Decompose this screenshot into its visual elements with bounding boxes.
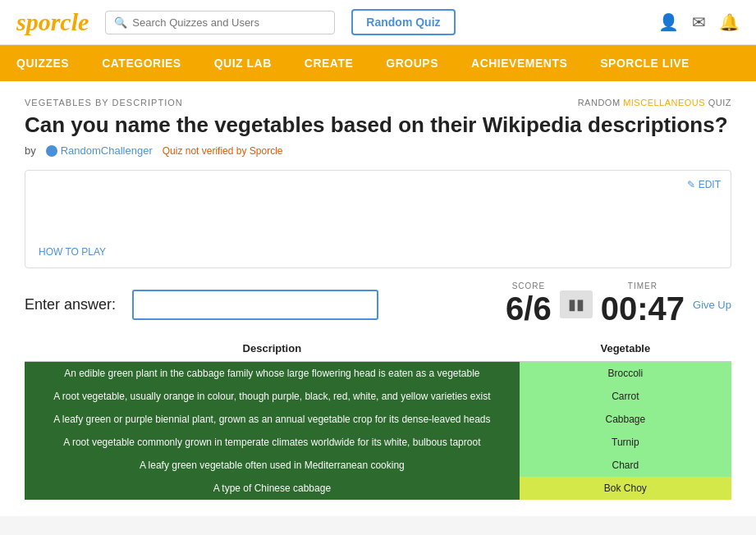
table-row: A root vegetable commonly grown in tempe…: [25, 431, 731, 454]
table-header-row: Description Vegetable: [25, 336, 731, 362]
nav-item-categories[interactable]: CATEGORIES: [85, 45, 198, 81]
table-cell-vegetable: Chard: [520, 454, 731, 477]
breadcrumb-line: VEGETABLES BY DESCRIPTION RANDOM MISCELL…: [25, 98, 731, 107]
timer-block: TIMER 00:47: [601, 281, 685, 327]
table-row: A leafy green or purple biennial plant, …: [25, 408, 731, 431]
header-icons: 👤 ✉ 🔔: [658, 12, 740, 32]
random-quiz-button[interactable]: Random Quiz: [351, 9, 455, 35]
nav-item-sporclelive[interactable]: SPORCLE LIVE: [584, 45, 706, 81]
table-cell-vegetable: Broccoli: [520, 362, 731, 386]
table-cell-vegetable: Turnip: [520, 431, 731, 454]
quiz-description-box: ✎ EDIT HOW TO PLAY: [25, 170, 731, 268]
answer-section: Enter answer: SCORE 6/6 ▮▮ TIMER 00:47 G…: [0, 268, 756, 336]
nav-item-quizzes[interactable]: QUIZZES: [0, 45, 85, 81]
quiz-table: Description Vegetable An edible green pl…: [25, 336, 731, 500]
miscellaneous-link[interactable]: MISCELLANEOUS: [623, 98, 705, 107]
edit-icon: ✎: [687, 179, 695, 190]
edit-label: EDIT: [699, 179, 721, 190]
quiz-title: Can you name the vegetables based on the…: [25, 112, 731, 138]
score-label: SCORE: [506, 281, 552, 290]
author-name: RandomChallenger: [61, 144, 153, 157]
table-row: A leafy green vegetable often used in Me…: [25, 454, 731, 477]
quiz-table-wrapper: Description Vegetable An edible green pl…: [0, 336, 756, 516]
score-timer-section: SCORE 6/6 ▮▮ TIMER 00:47 Give Up: [506, 281, 731, 327]
nav-item-create[interactable]: CREATE: [288, 45, 370, 81]
bell-icon[interactable]: 🔔: [719, 12, 740, 32]
main-content: VEGETABLES BY DESCRIPTION RANDOM MISCELL…: [0, 81, 756, 268]
col-header-description: Description: [25, 336, 520, 362]
table-row: A root vegetable, usually orange in colo…: [25, 385, 731, 408]
search-icon: 🔍: [114, 16, 127, 29]
table-row: An edible green plant in the cabbage fam…: [25, 362, 731, 386]
score-value: 6/6: [506, 290, 552, 327]
give-up-button[interactable]: Give Up: [693, 299, 731, 311]
pause-button[interactable]: ▮▮: [560, 290, 593, 318]
search-input[interactable]: [132, 16, 326, 29]
author-link[interactable]: RandomChallenger: [46, 144, 153, 157]
search-bar: 🔍: [105, 11, 335, 34]
table-cell-description: A leafy green or purple biennial plant, …: [25, 408, 520, 431]
table-cell-description: A leafy green vegetable often used in Me…: [25, 454, 520, 477]
random-misc-label: RANDOM MISCELLANEOUS QUIZ: [578, 98, 731, 107]
logo: sporcle: [16, 8, 89, 36]
col-header-vegetable: Vegetable: [520, 336, 731, 362]
breadcrumb: VEGETABLES BY DESCRIPTION: [25, 98, 183, 107]
timer-label: TIMER: [601, 281, 685, 290]
table-cell-description: A type of Chinese cabbage: [25, 477, 520, 500]
score-block: SCORE 6/6: [506, 281, 552, 327]
timer-value: 00:47: [601, 290, 685, 327]
table-cell-vegetable: Carrot: [520, 385, 731, 408]
answer-label: Enter answer:: [25, 296, 116, 313]
random-label: RANDOM: [578, 98, 621, 107]
give-up-section: Give Up: [693, 297, 731, 312]
nav-item-achievements[interactable]: ACHIEVEMENTS: [455, 45, 584, 81]
quiz-label: QUIZ: [708, 98, 731, 107]
edit-button[interactable]: ✎ EDIT: [687, 179, 721, 190]
quiz-meta: by RandomChallenger Quiz not verified by…: [25, 144, 731, 157]
header: sporcle 🔍 Random Quiz 👤 ✉ 🔔: [0, 0, 756, 45]
table-cell-description: A root vegetable, usually orange in colo…: [25, 385, 520, 408]
mail-icon[interactable]: ✉: [692, 12, 706, 32]
table-cell-description: An edible green plant in the cabbage fam…: [25, 362, 520, 386]
nav-item-quizlab[interactable]: QUIZ LAB: [198, 45, 288, 81]
by-label: by: [25, 144, 36, 157]
table-cell-vegetable: Bok Choy: [520, 477, 731, 500]
table-cell-vegetable: Cabbage: [520, 408, 731, 431]
table-cell-description: A root vegetable commonly grown in tempe…: [25, 431, 520, 454]
answer-input[interactable]: [132, 290, 378, 320]
author-avatar-icon: [46, 145, 57, 157]
nav-item-groups[interactable]: GROUPS: [369, 45, 455, 81]
table-row: A type of Chinese cabbageBok Choy: [25, 477, 731, 500]
main-nav: QUIZZES CATEGORIES QUIZ LAB CREATE GROUP…: [0, 45, 756, 81]
user-icon[interactable]: 👤: [658, 12, 679, 32]
how-to-play-link[interactable]: HOW TO PLAY: [39, 246, 106, 258]
not-verified-label: Quiz not verified by Sporcle: [163, 145, 283, 157]
